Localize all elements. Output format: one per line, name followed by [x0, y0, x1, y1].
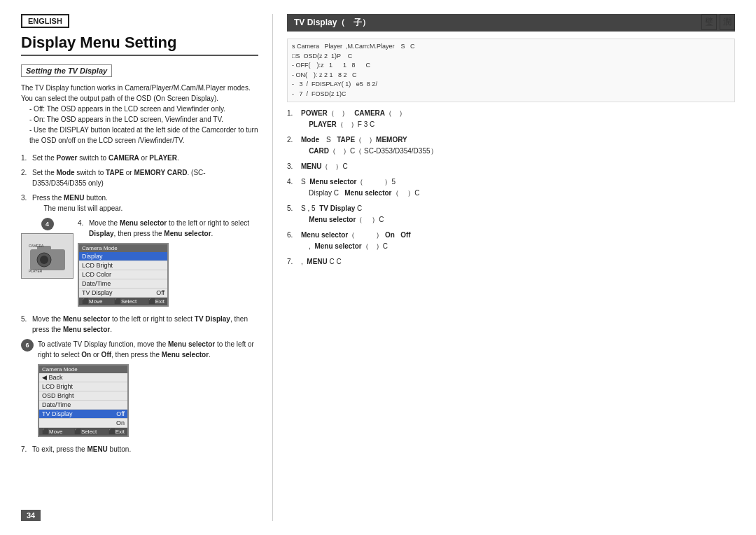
- menu-item-datetime: Date/Time: [79, 279, 167, 289]
- step-7: 7. To exit, press the MENU button.: [21, 444, 258, 454]
- section-header: Setting the TV Display: [21, 64, 112, 77]
- step-6-text: To activate TV Display function, move th…: [38, 339, 258, 360]
- menu-box-4: Camera Mode Display LCD Bright LCD Color…: [78, 243, 169, 307]
- right-step-4: 4. S Menu selector（ ）5 Display C Menu se…: [287, 176, 735, 199]
- step-text-1: Set the Power switch to CAMERA or PLAYER…: [32, 153, 258, 163]
- menu-item-display: Display: [79, 252, 167, 261]
- step-3: 3. Press the MENU button. The menu list …: [21, 193, 258, 214]
- chinese-icon-1: 璧: [701, 14, 717, 30]
- bullet-item: Use the DISPLAY button located at the le…: [29, 125, 258, 146]
- svg-text:CAMERA: CAMERA: [29, 244, 44, 248]
- bullet-item: Off: The OSD appears in the LCD screen a…: [29, 104, 258, 114]
- step-5: 5. Move the Menu selector to the left or…: [21, 314, 258, 335]
- osd-info-block: s Camera Player ,M.Cam:M.Player S C □S O…: [287, 39, 735, 102]
- camera-svg: CAMERA PLAYER: [27, 239, 69, 274]
- step-text-2: Set the Mode switch to TAPE or MEMORY CA…: [32, 167, 258, 188]
- chinese-icons-area: 璧 潤: [701, 14, 735, 30]
- osd-line-3: - OFF( ):z 1 1 8 C: [292, 61, 730, 71]
- osd-line-4: - ON( ): z 2 1 8 2 C: [292, 71, 730, 81]
- step-num-1: 1.: [21, 153, 32, 163]
- chinese-icon-2: 潤: [720, 14, 735, 30]
- step-4-container: 4 CAMER: [21, 218, 258, 310]
- step-icon-4: 4: [41, 218, 54, 230]
- menu-box-4-footer: ⬛Move⬛Select⬛Exit: [79, 298, 167, 305]
- osd-line-2: □S OSD(z 2 1)P C: [292, 52, 730, 62]
- right-header: TV Display（ 子）: [287, 14, 735, 32]
- menu-item-osd-bright: OSD Bright: [39, 391, 127, 401]
- menu-box-6-footer: ⬛Move⬛Select⬛Exit: [39, 428, 127, 436]
- menu-box-6: Camera Mode ◀ Back LCD Bright OSD Bright…: [38, 364, 129, 437]
- menu-box-6-header: Camera Mode: [39, 366, 127, 373]
- page: 璧 潤 ENGLISH Display Menu Setting Setting…: [0, 0, 756, 535]
- svg-text:PLAYER: PLAYER: [29, 269, 43, 273]
- menu-item-tvdisplay: TV DisplayOff: [79, 289, 167, 298]
- step-6-content: To activate TV Display function, move th…: [38, 339, 258, 440]
- right-step-1: 1. POWER（ ） CAMERA（ ） PLAYER（ ）F 3 C: [287, 108, 735, 130]
- camera-diagram: CAMERA PLAYER: [21, 233, 74, 279]
- left-steps: 1. Set the Power switch to CAMERA or PLA…: [21, 153, 258, 454]
- right-step-5: 5. S , 5 TV Display C Menu selector（ ）C: [287, 203, 735, 225]
- svg-point-2: [40, 256, 48, 264]
- step-num-2: 2.: [21, 167, 32, 188]
- right-header-title: TV Display（ 子）: [294, 17, 370, 29]
- menu-item-tvdisplay-2: TV DisplayOff: [39, 410, 127, 419]
- right-step-3: 3. MENU（ ）C: [287, 161, 735, 172]
- right-step-2: 2. Mode S TAPE（ ）MEMORY CARD（ ）C（ SC-D35…: [287, 134, 735, 157]
- menu-item-back: ◀ Back: [39, 373, 127, 382]
- right-step-7: 7. , MENU C C: [287, 256, 735, 268]
- right-column: TV Display（ 子） s Camera Player ,M.Cam:M.…: [273, 14, 735, 521]
- step-2: 2. Set the Mode switch to TAPE or MEMORY…: [21, 167, 258, 188]
- step-4-text: 4. Move the Menu selector to the left or…: [78, 218, 258, 239]
- step-num-3: 3.: [21, 193, 32, 214]
- intro-text: The TV Display function works in Camera/…: [21, 83, 258, 146]
- step-text-3: Press the MENU button. The menu list wil…: [32, 193, 258, 214]
- osd-line-6: - 7 / FOSD(z 1)C: [292, 90, 730, 99]
- right-steps: 1. POWER（ ） CAMERA（ ） PLAYER（ ）F 3 C 2. …: [287, 108, 735, 268]
- step-4-with-menu: 4. Move the Menu selector to the left or…: [78, 218, 258, 310]
- menu-item-lcd-bright: LCD Bright: [79, 261, 167, 270]
- menu-item-datetime-2: Date/Time: [39, 401, 127, 410]
- menu-item-on: On: [39, 419, 127, 428]
- left-column: ENGLISH Display Menu Setting Setting the…: [21, 14, 273, 521]
- page-title: Display Menu Setting: [21, 34, 258, 56]
- bullet-item: On: The OSD appears in the LCD screen, V…: [29, 114, 258, 125]
- osd-line-5: - 3 / FDISPLAY( 1) e5 8 2/: [292, 80, 730, 90]
- menu-item-lcd-bright-2: LCD Bright: [39, 382, 127, 391]
- page-number: 34: [21, 510, 41, 521]
- step-6-icon: 6: [21, 339, 34, 354]
- step-icon-6: 6: [21, 339, 34, 352]
- osd-line-1: s Camera Player ,M.Cam:M.Player S C: [292, 42, 730, 52]
- right-step-6: 6. Menu selector（ ） On Off , Menu select…: [287, 230, 735, 252]
- menu-box-4-header: Camera Mode: [79, 244, 167, 252]
- step-6-container: 6 To activate TV Display function, move …: [21, 339, 258, 440]
- step-1: 1. Set the Power switch to CAMERA or PLA…: [21, 153, 258, 163]
- step-4-diagram: 4 CAMER: [21, 218, 74, 279]
- menu-item-lcd-color: LCD Color: [79, 270, 167, 279]
- language-badge: ENGLISH: [21, 14, 69, 28]
